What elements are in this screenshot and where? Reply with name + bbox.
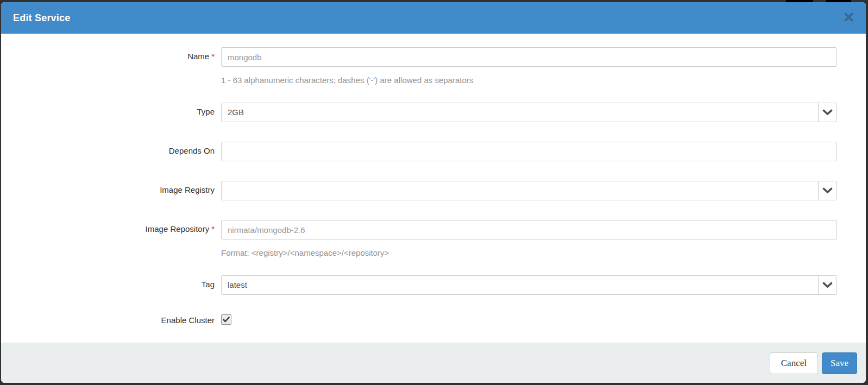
dialog-footer: Cancel Save — [1, 343, 866, 383]
edit-service-dialog: Edit Service Name* 1 - 63 alphanumeric c… — [1, 2, 866, 383]
form-row-enable-cluster: Enable Cluster — [1, 314, 866, 325]
image-repository-label: Image Repository* — [1, 220, 215, 257]
form-row-tag: Tag latest — [1, 275, 866, 295]
cancel-button[interactable]: Cancel — [770, 352, 818, 374]
image-registry-select[interactable] — [221, 181, 837, 200]
chevron-down-icon — [818, 103, 836, 122]
form-row-depends-on: Depends On — [1, 142, 866, 161]
form-row-name: Name* 1 - 63 alphanumeric characters; da… — [1, 47, 866, 85]
enable-cluster-checkbox[interactable] — [221, 314, 231, 325]
form-row-type: Type 2GB — [1, 103, 866, 122]
depends-on-input[interactable] — [221, 142, 837, 161]
chevron-down-icon — [818, 276, 836, 294]
name-help-text: 1 - 63 alphanumeric characters; dashes (… — [221, 75, 837, 85]
required-asterisk: * — [211, 52, 215, 61]
depends-on-label: Depends On — [1, 142, 215, 161]
form-row-image-repository: Image Repository* Format: <registry>/<na… — [1, 220, 866, 257]
tag-select[interactable]: latest — [221, 275, 837, 295]
required-asterisk: * — [211, 224, 215, 233]
type-label: Type — [1, 103, 215, 122]
tag-select-value: latest — [222, 276, 836, 294]
form-row-image-registry: Image Registry — [1, 181, 866, 200]
dialog-title: Edit Service — [13, 12, 70, 24]
name-input[interactable] — [221, 47, 837, 67]
dialog-header: Edit Service — [1, 2, 866, 34]
enable-cluster-label: Enable Cluster — [1, 314, 215, 325]
tag-label: Tag — [1, 275, 215, 295]
save-button[interactable]: Save — [822, 352, 857, 374]
type-select-value: 2GB — [222, 103, 836, 122]
chevron-down-icon — [818, 181, 836, 200]
close-button[interactable] — [842, 12, 854, 24]
image-repository-help-text: Format: <registry>/<namespace>/<reposito… — [221, 248, 837, 257]
close-icon — [844, 12, 853, 23]
checkmark-icon — [223, 315, 230, 325]
name-label: Name* — [1, 47, 215, 85]
type-select[interactable]: 2GB — [221, 103, 837, 122]
image-registry-label: Image Registry — [1, 181, 215, 200]
dialog-body: Name* 1 - 63 alphanumeric characters; da… — [1, 34, 866, 325]
image-repository-input[interactable] — [221, 220, 837, 239]
